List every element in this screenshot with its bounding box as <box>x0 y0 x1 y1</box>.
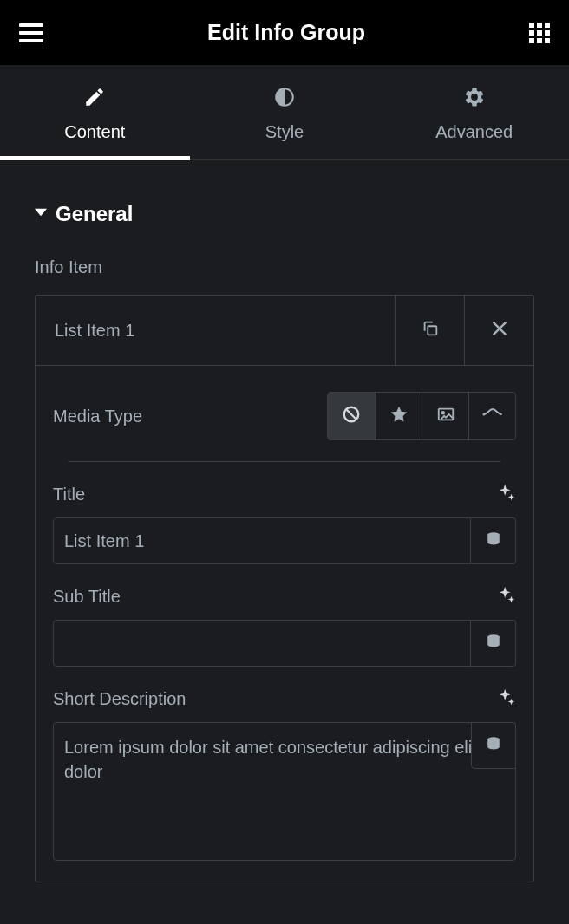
subtitle-input-group <box>53 620 516 667</box>
gear-icon <box>463 86 486 112</box>
svg-rect-2 <box>19 39 43 42</box>
title-dynamic-tags-button[interactable] <box>471 517 516 564</box>
ai-sparkle-icon[interactable] <box>497 585 516 608</box>
svg-rect-7 <box>537 30 542 36</box>
section-title-general: General <box>56 202 133 226</box>
media-type-row: Media Type <box>53 387 516 461</box>
ban-icon <box>342 405 361 427</box>
title-field-row: Title <box>53 483 516 505</box>
svg-point-19 <box>482 413 485 416</box>
item-card-body: Media Type <box>36 366 533 882</box>
svg-rect-9 <box>529 38 534 43</box>
svg-rect-8 <box>545 30 550 36</box>
svg-rect-1 <box>19 31 43 35</box>
contrast-icon <box>273 86 296 112</box>
duplicate-button[interactable] <box>395 296 464 365</box>
short-description-field-row: Short Description <box>53 687 516 710</box>
title-input[interactable] <box>53 517 471 564</box>
media-type-buttons <box>327 392 516 440</box>
svg-rect-6 <box>529 30 534 36</box>
database-icon <box>486 735 501 756</box>
svg-rect-5 <box>545 23 550 28</box>
divider <box>69 461 500 462</box>
database-icon <box>486 633 501 654</box>
svg-rect-11 <box>545 38 550 43</box>
tabs-bar: Content Style Advanced <box>0 65 569 160</box>
title-label: Title <box>53 485 85 504</box>
panel-header: Edit Info Group <box>0 0 569 65</box>
remove-button[interactable] <box>464 296 533 365</box>
svg-rect-0 <box>19 23 43 27</box>
tab-advanced-label: Advanced <box>435 122 513 142</box>
lottie-icon <box>482 405 503 427</box>
star-icon <box>389 405 409 427</box>
copy-icon <box>421 319 440 342</box>
short-description-input-group <box>53 722 516 861</box>
pencil-icon <box>83 86 106 112</box>
apps-icon[interactable] <box>529 23 550 43</box>
title-input-group <box>53 517 516 564</box>
svg-rect-10 <box>537 38 542 43</box>
caret-down-icon <box>35 206 47 222</box>
media-type-lottie[interactable] <box>468 393 515 439</box>
media-type-image[interactable] <box>422 393 468 439</box>
svg-line-16 <box>346 409 356 420</box>
svg-rect-4 <box>537 23 542 28</box>
content-area: General Info Item List Item 1 <box>0 160 569 908</box>
subtitle-label: Sub Title <box>53 587 121 607</box>
short-description-label: Short Description <box>53 689 186 709</box>
image-icon <box>436 405 455 427</box>
tab-style[interactable]: Style <box>190 65 380 159</box>
ai-sparkle-icon[interactable] <box>497 687 516 710</box>
tab-content[interactable]: Content <box>0 65 190 159</box>
short-description-dynamic-tags-button[interactable] <box>471 722 516 769</box>
media-type-none[interactable] <box>328 393 375 439</box>
info-item-label: Info Item <box>35 257 534 277</box>
tab-advanced[interactable]: Advanced <box>379 65 569 159</box>
media-type-icon[interactable] <box>375 393 422 439</box>
item-card-header: List Item 1 <box>36 296 533 366</box>
tab-style-label: Style <box>265 122 304 142</box>
close-icon <box>491 320 508 341</box>
item-card-title[interactable]: List Item 1 <box>36 296 395 365</box>
svg-rect-12 <box>428 326 436 335</box>
subtitle-field-row: Sub Title <box>53 585 516 608</box>
media-type-label: Media Type <box>53 407 142 426</box>
tab-content-label: Content <box>64 122 125 142</box>
ai-sparkle-icon[interactable] <box>497 483 516 505</box>
menu-icon[interactable] <box>19 23 43 42</box>
info-item-card: List Item 1 Med <box>35 295 534 882</box>
page-title: Edit Info Group <box>207 20 365 45</box>
svg-point-18 <box>441 412 444 414</box>
section-header-general[interactable]: General <box>35 202 534 226</box>
short-description-input[interactable] <box>53 722 516 861</box>
subtitle-dynamic-tags-button[interactable] <box>471 620 516 667</box>
subtitle-input[interactable] <box>53 620 471 667</box>
svg-rect-3 <box>529 23 534 28</box>
database-icon <box>486 530 501 551</box>
